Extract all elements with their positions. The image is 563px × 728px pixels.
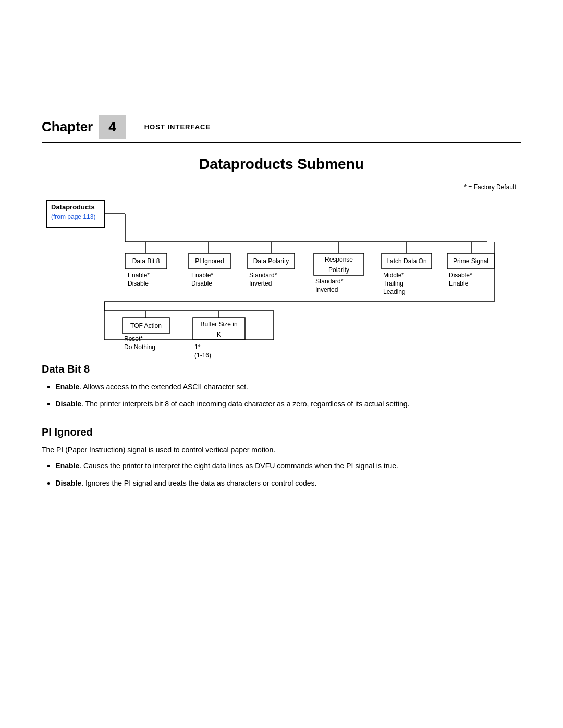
- svg-text:Data Bit 8: Data Bit 8: [132, 257, 160, 265]
- svg-text:Inverted: Inverted: [315, 286, 338, 293]
- term-disable: Disable: [55, 400, 81, 408]
- data-bit-8-heading: Data Bit 8: [42, 363, 521, 375]
- svg-text:Dataproducts: Dataproducts: [51, 203, 95, 211]
- svg-text:Leading: Leading: [383, 288, 406, 295]
- term-enable: Enable: [55, 382, 79, 391]
- svg-text:(from page 113): (from page 113): [51, 213, 95, 220]
- svg-text:Data Polarity: Data Polarity: [253, 257, 289, 265]
- svg-text:Standard*: Standard*: [249, 272, 277, 279]
- bullet-content: Disable. The printer interprets bit 8 of…: [55, 399, 409, 410]
- chapter-label-box: Chapter 4 HOST INTERFACE: [42, 115, 211, 139]
- diagram-svg: Dataproducts (from page 113) Data Bit 8 …: [42, 195, 511, 341]
- svg-text:Disable: Disable: [128, 280, 149, 287]
- chapter-number-box: 4: [99, 115, 125, 139]
- svg-text:(1-16): (1-16): [194, 352, 211, 359]
- svg-text:Standard*: Standard*: [315, 278, 344, 285]
- list-item: Disable. The printer interprets bit 8 of…: [47, 399, 521, 412]
- chapter-header: Chapter 4 HOST INTERFACE: [0, 115, 563, 139]
- svg-text:Trailing: Trailing: [383, 280, 403, 287]
- chapter-word: Chapter: [42, 119, 93, 135]
- svg-text:Do Nothing: Do Nothing: [124, 343, 155, 351]
- svg-text:Middle*: Middle*: [383, 272, 404, 279]
- svg-text:Response: Response: [325, 256, 353, 263]
- list-item: Enable. Allows access to the extended AS…: [47, 381, 521, 394]
- pi-disable-text: . Ignores the PI signal and treats the d…: [81, 479, 316, 487]
- svg-text:PI Ignored: PI Ignored: [195, 257, 224, 265]
- svg-text:Inverted: Inverted: [249, 280, 272, 287]
- chapter-title: HOST INTERFACE: [144, 123, 211, 131]
- bullet-content: Enable. Allows access to the extended AS…: [55, 381, 248, 392]
- svg-text:Reset*: Reset*: [124, 335, 143, 342]
- svg-text:Enable*: Enable*: [191, 272, 213, 279]
- list-item: Enable. Causes the printer to interpret …: [47, 461, 521, 474]
- chapter-divider: [42, 142, 521, 143]
- svg-text:Prime Signal: Prime Signal: [453, 257, 488, 265]
- pi-ignored-intro: The PI (Paper Instruction) signal is use…: [42, 445, 521, 455]
- bullet-content: Enable. Causes the printer to interpret …: [55, 461, 398, 472]
- bullet-content: Disable. Ignores the PI signal and treat…: [55, 478, 316, 489]
- enable-text: . Allows access to the extended ASCII ch…: [79, 382, 248, 391]
- data-bit-8-section: Data Bit 8 Enable. Allows access to the …: [42, 363, 521, 412]
- pi-ignored-section: PI Ignored The PI (Paper Instruction) si…: [42, 426, 521, 491]
- svg-text:Disable*: Disable*: [449, 272, 472, 279]
- svg-text:K: K: [217, 331, 221, 338]
- svg-text:Enable: Enable: [449, 280, 469, 287]
- term-disable-pi: Disable: [55, 479, 81, 487]
- section-divider: [42, 175, 521, 175]
- svg-text:Buffer Size in: Buffer Size in: [200, 320, 237, 328]
- diagram-area: * = Factory Default Dataproducts (from p…: [42, 183, 521, 342]
- pi-ignored-list: Enable. Causes the printer to interpret …: [47, 461, 521, 491]
- svg-text:Polarity: Polarity: [328, 266, 349, 274]
- pi-enable-text: . Causes the printer to interpret the ei…: [79, 462, 398, 470]
- disable-text: . The printer interprets bit 8 of each i…: [81, 400, 409, 408]
- pi-ignored-heading: PI Ignored: [42, 426, 521, 438]
- svg-text:Latch Data On: Latch Data On: [386, 257, 426, 265]
- list-item: Disable. Ignores the PI signal and treat…: [47, 478, 521, 491]
- svg-text:1*: 1*: [194, 343, 201, 351]
- page-container: Chapter 4 HOST INTERFACE Dataproducts Su…: [0, 115, 563, 728]
- term-enable-pi: Enable: [55, 462, 79, 470]
- chapter-number: 4: [108, 119, 116, 135]
- svg-text:Enable*: Enable*: [128, 272, 150, 279]
- factory-default-note: * = Factory Default: [42, 183, 521, 191]
- section-title: Dataproducts Submenu: [42, 156, 521, 172]
- svg-text:Disable: Disable: [191, 280, 212, 287]
- data-bit-8-list: Enable. Allows access to the extended AS…: [47, 381, 521, 412]
- svg-text:TOF Action: TOF Action: [130, 322, 162, 329]
